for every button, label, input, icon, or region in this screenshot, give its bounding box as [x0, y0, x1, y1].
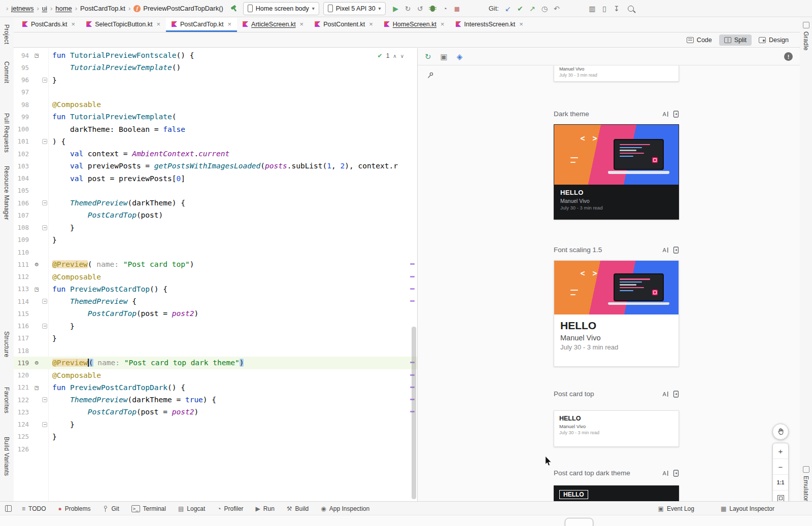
editor-scrollbar[interactable]: [412, 327, 416, 499]
device-manager-icon[interactable]: ▯: [598, 5, 611, 13]
fold-marker[interactable]: [41, 74, 48, 86]
commit-icon[interactable]: ✔: [514, 5, 526, 13]
tab-PostContent.kt[interactable]: PostContent.kt×: [309, 18, 379, 32]
preview-card-dark-partial[interactable]: HELLO Manuel Vivo: [554, 485, 679, 501]
statusbar-item-todo[interactable]: ≡TODO: [22, 505, 46, 512]
fold-marker[interactable]: [41, 135, 48, 148]
toolwindow-build-variants[interactable]: Build Variants: [3, 437, 10, 476]
preview-card-post-card-top[interactable]: HELLO Manuel Vivo July 30 - 3 min read: [554, 410, 679, 447]
layout-inspector-icon[interactable]: ▥: [586, 5, 598, 13]
interactive-preview-icon[interactable]: A: [662, 111, 669, 118]
breadcrumb-item[interactable]: jetnews: [11, 5, 33, 12]
breadcrumb-item[interactable]: fPreviewPostCardTopDark(): [133, 5, 223, 12]
interactive-preview-icon[interactable]: A: [662, 470, 669, 477]
statusbar-item-layout-inspector[interactable]: ▦Layout Inspector: [721, 505, 774, 512]
statusbar-item-problems[interactable]: ●Problems: [58, 505, 90, 512]
fold-marker[interactable]: [41, 295, 48, 307]
run-preview-gutter-icon[interactable]: ◳: [32, 286, 41, 293]
history-icon[interactable]: ◷: [538, 5, 551, 13]
fold-marker[interactable]: [41, 418, 48, 431]
zoom-in-button[interactable]: +: [773, 443, 788, 459]
statusbar-item-git[interactable]: Git: [103, 505, 119, 512]
tab-PostCardTop.kt[interactable]: PostCardTop.kt×: [166, 18, 237, 32]
gear-gutter-icon[interactable]: ⚙: [32, 261, 41, 268]
close-tab-icon[interactable]: ×: [300, 20, 304, 28]
interactive-preview-icon[interactable]: A: [662, 391, 669, 398]
toolwindow-emulator[interactable]: Emulator: [802, 466, 809, 501]
issues-icon[interactable]: !: [784, 52, 793, 61]
run-button[interactable]: ▶: [390, 5, 402, 13]
toolwindow-toggle-icon[interactable]: [5, 505, 12, 512]
code-editor[interactable]: 94◳fun TutorialPreviewFontscale() {95 Tu…: [14, 48, 417, 501]
statusbar-item-terminal[interactable]: >_Terminal: [131, 505, 166, 512]
prev-issue-icon[interactable]: ∧: [393, 53, 396, 59]
build-refresh-icon[interactable]: ↻: [425, 52, 431, 61]
pan-button[interactable]: [772, 424, 789, 440]
close-tab-icon[interactable]: ×: [227, 20, 231, 28]
deploy-to-device-icon[interactable]: [673, 391, 679, 398]
toolwindow-commit[interactable]: Commit: [3, 61, 10, 83]
tab-InterestsScreen.kt[interactable]: InterestsScreen.kt×: [450, 18, 529, 32]
statusbar-item-build[interactable]: ⚒Build: [287, 505, 309, 512]
preview-card-partial[interactable]: Manuel Vivo July 30 - 3 min read: [554, 65, 679, 82]
tab-ArticleScreen.kt[interactable]: ArticleScreen.kt×: [237, 18, 309, 32]
toolwindow-resource-manager[interactable]: Resource Manager: [3, 166, 10, 220]
statusbar-item-logcat[interactable]: ▤Logcat: [178, 505, 205, 512]
pin-icon[interactable]: [427, 72, 434, 81]
close-tab-icon[interactable]: ×: [519, 20, 523, 28]
device-dropdown[interactable]: Pixel 5 API 30 ▾: [323, 2, 386, 15]
view-mode-design[interactable]: Design: [754, 34, 794, 46]
fold-marker[interactable]: [41, 222, 48, 234]
statusbar-item-app-inspection[interactable]: ◉App Inspection: [321, 505, 369, 512]
zoom-to-fit-button[interactable]: [773, 490, 788, 501]
close-tab-icon[interactable]: ×: [156, 20, 160, 28]
statusbar-item-run[interactable]: ▶Run: [256, 505, 275, 512]
stop-icon[interactable]: ◼: [451, 5, 463, 13]
preview-card-dark-theme[interactable]: < > HELLO Manuel Vivo July 30 - 3 min re…: [554, 124, 679, 220]
rollback-icon[interactable]: ↶: [551, 5, 563, 13]
breadcrumb-item[interactable]: ui: [42, 5, 47, 12]
layers-icon[interactable]: ◈: [457, 52, 463, 61]
toolwindow-favorites[interactable]: Favorites: [3, 387, 10, 413]
tab-HomeScreen.kt[interactable]: HomeScreen.kt×: [379, 18, 450, 32]
fold-marker[interactable]: [41, 320, 48, 332]
zoom-actual-size-button[interactable]: 1:1: [773, 474, 788, 490]
build-hammer-icon[interactable]: [230, 5, 238, 12]
push-icon[interactable]: ↗: [526, 5, 538, 13]
breadcrumb-item[interactable]: home: [55, 5, 72, 12]
deploy-to-device-icon[interactable]: [673, 247, 679, 254]
preview-card-font-scaling[interactable]: < > HELLO Manuel Vivo July 30 - 3 min re…: [554, 260, 679, 367]
toolwindow-pull-requests[interactable]: Pull Requests: [3, 113, 10, 153]
tab-SelectTopicButton.kt[interactable]: SelectTopicButton.kt×: [81, 18, 166, 32]
run-preview-gutter-icon[interactable]: ◳: [32, 384, 41, 391]
apply-code-changes-icon[interactable]: ↺: [414, 5, 426, 13]
toolwindow-structure[interactable]: Structure: [3, 331, 10, 357]
view-mode-split[interactable]: Split: [719, 34, 752, 46]
preview-canvas[interactable]: Manuel Vivo July 30 - 3 min read < > HEL…: [418, 65, 800, 501]
sdk-manager-icon[interactable]: ↧: [611, 5, 623, 13]
run-preview-gutter-icon[interactable]: ◳: [32, 52, 41, 59]
toolwindow-gradle[interactable]: Gradle: [802, 22, 809, 51]
statusbar-item-event-log[interactable]: ▣Event Log: [658, 505, 694, 512]
search-icon[interactable]: [628, 6, 634, 12]
ui-check-icon[interactable]: ▣: [441, 52, 448, 61]
close-tab-icon[interactable]: ×: [369, 20, 373, 28]
inspections-widget[interactable]: ✔ 1 ∧ ∨: [375, 51, 407, 60]
zoom-out-button[interactable]: −: [773, 459, 788, 474]
deploy-to-device-icon[interactable]: [673, 111, 679, 118]
statusbar-item-profiler[interactable]: ◔Profiler: [217, 505, 243, 512]
deploy-to-device-icon[interactable]: [673, 470, 679, 477]
apply-changes-icon[interactable]: ↻: [402, 5, 414, 13]
breadcrumb-item[interactable]: PostCardTop.kt: [80, 5, 125, 12]
fold-marker[interactable]: [41, 197, 48, 209]
gear-gutter-icon[interactable]: ⚙: [32, 359, 41, 366]
tab-PostCards.kt[interactable]: PostCards.kt×: [17, 18, 81, 32]
toolwindow-project[interactable]: Project: [3, 24, 10, 44]
update-project-icon[interactable]: ↙: [502, 5, 514, 13]
view-mode-code[interactable]: Code: [682, 34, 717, 46]
close-tab-icon[interactable]: ×: [441, 20, 445, 28]
next-issue-icon[interactable]: ∨: [400, 53, 404, 59]
fold-marker[interactable]: [41, 394, 48, 406]
profiler-icon[interactable]: ◔: [439, 5, 451, 13]
debug-icon[interactable]: [430, 6, 435, 12]
